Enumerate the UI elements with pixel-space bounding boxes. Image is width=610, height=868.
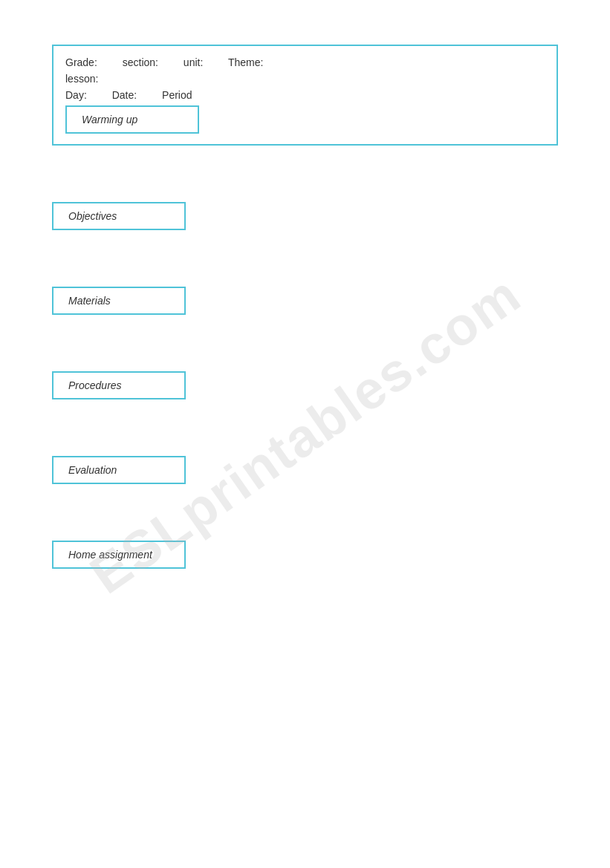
date-label: Date: <box>112 89 137 101</box>
section-procedures: Procedures <box>52 359 558 399</box>
section-box-home-assignment: Home assignment <box>52 541 186 569</box>
theme-label: Theme: <box>228 56 263 68</box>
header-line-2: lesson: <box>65 73 545 85</box>
section-box-objectives: Objectives <box>52 202 186 230</box>
header-line-3: Day: Date: Period <box>65 89 545 101</box>
section-box-evaluation: Evaluation <box>52 456 186 484</box>
section-evaluation: Evaluation <box>52 444 558 484</box>
section-label-evaluation: Evaluation <box>68 464 117 476</box>
section-box-procedures: Procedures <box>52 371 186 399</box>
section-label-materials: Materials <box>68 295 111 307</box>
header-box: Grade: section: unit: Theme: lesson: Day… <box>52 45 558 146</box>
section-label-home-assignment: Home assignment <box>68 549 152 561</box>
section-label: section: <box>123 56 158 68</box>
section-materials: Materials <box>52 275 558 315</box>
page: ESLprintables.com Grade: section: unit: … <box>0 0 610 868</box>
section-objectives: Objectives <box>52 190 558 230</box>
section-label-warming-up: Warming up <box>82 114 137 125</box>
lesson-label: lesson: <box>65 73 98 85</box>
section-home-assignment: Home assignment <box>52 529 558 569</box>
header-line-1: Grade: section: unit: Theme: <box>65 56 545 68</box>
day-label: Day: <box>65 89 87 101</box>
unit-label: unit: <box>184 56 203 68</box>
period-label: Period <box>162 89 192 101</box>
section-label-objectives: Objectives <box>68 210 117 222</box>
section-label-procedures: Procedures <box>68 379 122 391</box>
section-box-materials: Materials <box>52 287 186 315</box>
section-box-warming-up: Warming up <box>65 105 199 134</box>
grade-label: Grade: <box>65 56 97 68</box>
